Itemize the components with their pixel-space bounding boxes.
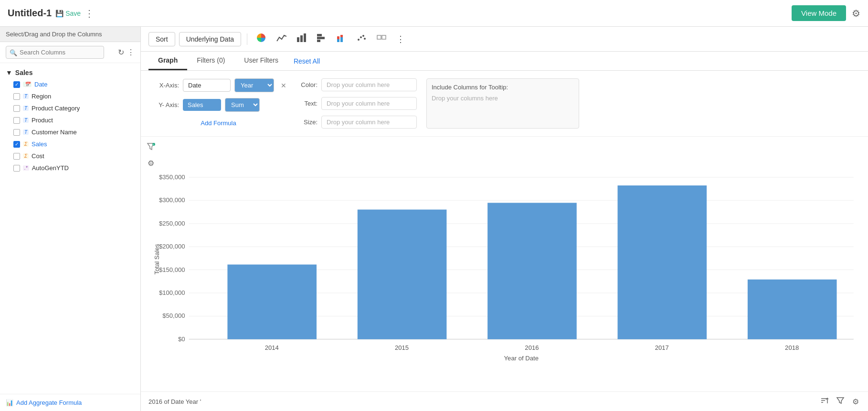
- checkbox-cost[interactable]: [13, 153, 20, 160]
- svg-rect-1: [300, 35, 303, 42]
- bottom-filter-icon[interactable]: [835, 395, 846, 408]
- tab-graph[interactable]: Graph: [148, 52, 187, 70]
- more-options-icon[interactable]: ⋮: [85, 8, 94, 19]
- svg-rect-4: [317, 37, 325, 39]
- horizontal-bar-icon[interactable]: [313, 31, 329, 47]
- svg-rect-6: [337, 39, 339, 42]
- svg-text:2017: 2017: [655, 344, 669, 351]
- tab-filters[interactable]: Filters (0): [187, 52, 234, 70]
- graph-config: X-Axis: Date Year Month Day Quarter ✕ Y-…: [141, 71, 868, 137]
- tree-item-cost[interactable]: Σ Cost: [0, 150, 140, 162]
- size-row: Size: Drop your column here: [296, 116, 417, 129]
- svg-rect-3: [317, 34, 322, 36]
- toolbar-more-button[interactable]: ⋮: [393, 32, 408, 46]
- tree-item-autogen-ytd[interactable]: .* AutoGenYTD: [0, 162, 140, 174]
- checkbox-region[interactable]: [13, 93, 20, 100]
- checkbox-date[interactable]: ✓: [13, 81, 20, 88]
- chart-settings-icon[interactable]: ⚙: [146, 158, 156, 169]
- column-label-customer-name: Customer Name: [32, 129, 77, 136]
- svg-rect-2: [304, 33, 306, 42]
- svg-point-11: [360, 36, 362, 38]
- chart-filter-icon[interactable]: +: [146, 141, 156, 154]
- underlying-data-button[interactable]: Underlying Data: [179, 32, 241, 46]
- reset-all-button[interactable]: Reset All: [288, 53, 326, 70]
- svg-text:2015: 2015: [395, 344, 409, 351]
- x-axis-label: X-Axis:: [150, 82, 179, 89]
- bottom-settings-icon[interactable]: ⚙: [851, 396, 860, 408]
- svg-text:$250,000: $250,000: [159, 220, 185, 227]
- tree-item-product[interactable]: T Product: [0, 114, 140, 126]
- color-drop-zone[interactable]: Drop your column here: [321, 78, 417, 91]
- pie-chart-icon[interactable]: [253, 31, 269, 47]
- tree-item-customer-name[interactable]: T Customer Name: [0, 126, 140, 138]
- add-formula-icon: 📊: [6, 399, 13, 406]
- svg-text:$100,000: $100,000: [159, 289, 185, 296]
- checkbox-sales[interactable]: ✓: [13, 141, 20, 148]
- checkbox-product-category[interactable]: [13, 105, 20, 112]
- toolbar: Sort Underlying Data: [141, 27, 868, 52]
- text-drop-zone[interactable]: Drop your column here: [321, 97, 417, 110]
- settings-icon[interactable]: ⚙: [852, 8, 860, 19]
- search-input[interactable]: [6, 46, 104, 59]
- bar-chart-icon[interactable]: [293, 31, 309, 47]
- bar-2015[interactable]: [358, 210, 447, 339]
- save-button[interactable]: 💾 Save: [55, 10, 81, 17]
- bottom-toolbar: 2016 of Date Year ' ⚙: [141, 391, 868, 411]
- svg-text:Year of Date: Year of Date: [504, 355, 539, 362]
- tree-item-date[interactable]: ✓ 📅 Date: [0, 78, 140, 90]
- header: Untitled-1 💾 Save ⋮ View Mode ⚙: [0, 0, 868, 27]
- bar-2016[interactable]: [487, 203, 577, 339]
- more-chart-icon[interactable]: [373, 31, 390, 47]
- svg-rect-0: [297, 37, 299, 42]
- checkbox-product[interactable]: [13, 117, 20, 124]
- view-mode-button[interactable]: View Mode: [792, 5, 846, 21]
- column-label-product: Product: [32, 117, 53, 124]
- bar-2018[interactable]: [748, 280, 837, 339]
- color-label: Color:: [296, 81, 318, 88]
- column-label-product-category: Product Category: [32, 105, 80, 112]
- column-tree: ▼ Sales ✓ 📅 Date T Region T Product Cate…: [0, 63, 140, 394]
- line-chart-icon[interactable]: [273, 31, 289, 47]
- add-formula-axis-button[interactable]: Add Formula: [150, 118, 286, 129]
- svg-text:2014: 2014: [265, 344, 279, 351]
- column-label-cost: Cost: [32, 152, 44, 160]
- tree-group-sales[interactable]: ▼ Sales: [0, 67, 140, 78]
- x-axis-aggregation-select[interactable]: Year Month Day Quarter: [234, 78, 274, 92]
- bottom-sort-icon[interactable]: [818, 395, 830, 408]
- type-badge-cost: Σ: [23, 153, 29, 159]
- y-axis-aggregation-select[interactable]: Sum Avg Count Min Max: [225, 98, 260, 112]
- svg-rect-15: [382, 35, 386, 39]
- tab-user-filters[interactable]: User Filters: [234, 52, 288, 70]
- sort-button[interactable]: Sort: [148, 32, 175, 46]
- svg-text:$350,000: $350,000: [159, 173, 185, 181]
- chart-toolbar: + ⚙: [146, 141, 156, 169]
- refresh-button[interactable]: ↻: [118, 48, 124, 57]
- chart-container: + ⚙ $350,000 $300,000 $250,0: [141, 137, 868, 391]
- tooltip-drop-zone[interactable]: Drop your columns here: [432, 95, 574, 102]
- stacked-bar-icon[interactable]: [333, 31, 349, 47]
- scatter-chart-icon[interactable]: [353, 31, 370, 47]
- y-axis-close-button[interactable]: ✕: [266, 101, 272, 109]
- svg-point-12: [362, 35, 364, 37]
- size-drop-zone[interactable]: Drop your column here: [321, 116, 417, 129]
- type-badge-date: 📅: [23, 82, 32, 87]
- column-label-sales: Sales: [32, 141, 47, 148]
- checkbox-autogen-ytd[interactable]: [13, 165, 20, 172]
- bar-2017[interactable]: [618, 185, 707, 339]
- svg-rect-8: [340, 37, 343, 42]
- tree-item-sales[interactable]: ✓ Σ Sales: [0, 138, 140, 150]
- toolbar-separator: [247, 33, 247, 45]
- search-icon: 🔍: [10, 49, 17, 56]
- svg-text:$300,000: $300,000: [159, 196, 185, 204]
- x-axis-close-button[interactable]: ✕: [281, 82, 286, 89]
- bar-2014[interactable]: [227, 265, 317, 339]
- svg-rect-7: [337, 36, 339, 39]
- svg-rect-5: [317, 40, 320, 42]
- tree-item-product-category[interactable]: T Product Category: [0, 102, 140, 114]
- tree-item-region[interactable]: T Region: [0, 90, 140, 102]
- svg-point-10: [358, 39, 360, 41]
- checkbox-customer-name[interactable]: [13, 129, 20, 136]
- sidebar-more-button[interactable]: ⋮: [127, 48, 135, 57]
- save-icon: 💾: [55, 10, 64, 17]
- add-aggregate-formula-button[interactable]: 📊 Add Aggregate Formula: [6, 399, 82, 406]
